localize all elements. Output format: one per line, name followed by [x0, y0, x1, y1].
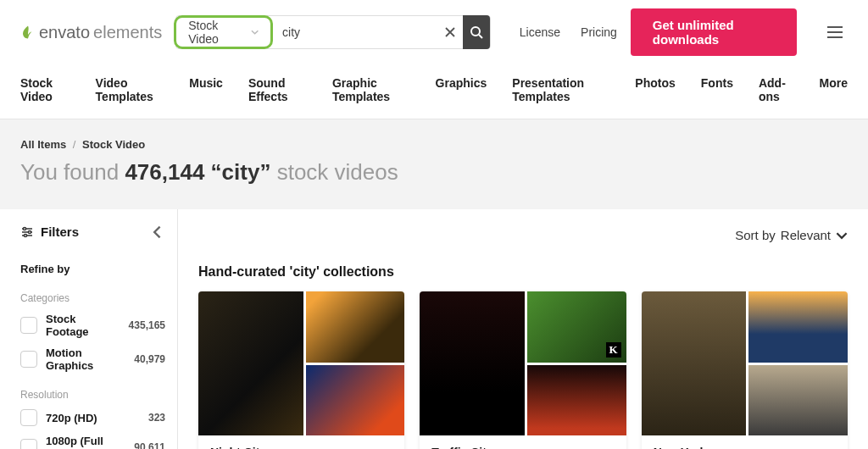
collection-card[interactable]: New York 90 stock videos: [642, 291, 848, 449]
k-badge-icon: K: [606, 342, 621, 358]
nav-add-ons[interactable]: Add-ons: [759, 76, 794, 103]
filter-group-resolution: Resolution: [20, 389, 177, 401]
chevron-left-icon: [152, 225, 165, 239]
collection-thumb: [306, 291, 405, 363]
sort-control[interactable]: Sort by Relevant: [198, 224, 848, 264]
breadcrumb: All Items / Stock Video: [20, 138, 848, 151]
nav-graphic-templates[interactable]: Graphic Templates: [332, 76, 410, 103]
sliders-icon: [20, 225, 34, 239]
collections-row: Night City 52 stock videos K Traffic Cit…: [198, 291, 848, 449]
results-header: All Items / Stock Video You found 476,14…: [0, 119, 868, 209]
header-links: License Pricing: [520, 25, 617, 39]
nav-more[interactable]: More: [820, 76, 848, 103]
nav-stock-video[interactable]: Stock Video: [20, 76, 70, 103]
svg-point-1: [23, 227, 25, 230]
sort-value: Relevant: [781, 228, 831, 242]
cta-button[interactable]: Get unlimited downloads: [631, 8, 797, 56]
collection-thumb: [748, 365, 848, 436]
search-filter-dropdown[interactable]: Stock Video: [174, 15, 273, 49]
checkbox[interactable]: [20, 409, 37, 426]
filters-header[interactable]: Filters: [20, 224, 177, 239]
collection-thumb: [420, 291, 525, 435]
nav-graphics[interactable]: Graphics: [436, 76, 487, 103]
collections-title: Hand-curated 'city' collections: [198, 264, 848, 280]
collection-thumb: [198, 291, 303, 435]
logo[interactable]: envatoelements: [20, 23, 162, 42]
hamburger-icon: [827, 26, 843, 28]
results-count: 476,144: [125, 159, 204, 185]
filters-sidebar: Filters Refine by Categories Stock Foota…: [0, 209, 178, 449]
nav-photos[interactable]: Photos: [635, 76, 675, 103]
category-nav: Stock Video Video Templates Music Sound …: [0, 64, 868, 119]
collection-thumb: K: [527, 291, 626, 363]
collection-thumb: [527, 365, 626, 436]
collection-thumb: [642, 291, 747, 435]
search-filter-label: Stock Video: [188, 19, 247, 46]
svg-point-3: [24, 234, 26, 236]
collection-title: New York: [654, 446, 836, 449]
checkbox[interactable]: [20, 351, 37, 368]
collection-thumb: [306, 365, 405, 436]
nav-music[interactable]: Music: [189, 76, 223, 103]
svg-point-2: [28, 230, 31, 233]
results-query: “city”: [211, 159, 271, 185]
menu-button[interactable]: [822, 21, 848, 43]
filter-720p[interactable]: 720p (HD) 323: [20, 409, 177, 426]
chevron-down-icon: [251, 28, 259, 36]
clear-search-button[interactable]: [437, 16, 463, 48]
search-icon: [470, 25, 483, 39]
header: envatoelements Stock Video License Prici…: [0, 0, 868, 64]
checkbox[interactable]: [20, 439, 37, 449]
leaf-icon: [20, 25, 36, 40]
breadcrumb-separator: /: [73, 138, 76, 151]
main-content: Sort by Relevant Hand-curated 'city' col…: [178, 209, 868, 449]
nav-video-templates[interactable]: Video Templates: [96, 76, 164, 103]
close-icon: [444, 26, 456, 38]
results-summary: You found 476,144 “city” stock videos: [20, 159, 848, 186]
search-bar: Stock Video: [175, 15, 491, 49]
nav-fonts[interactable]: Fonts: [701, 76, 733, 103]
search-button[interactable]: [463, 15, 490, 49]
pricing-link[interactable]: Pricing: [581, 25, 617, 39]
filters-title: Filters: [41, 224, 79, 239]
filter-motion-graphics[interactable]: Motion Graphics 40,979: [20, 346, 177, 372]
filter-1080p[interactable]: 1080p (Full HD) 90,611: [20, 435, 177, 449]
brand-name2: elements: [93, 23, 162, 42]
chevron-down-icon: [836, 230, 848, 241]
collection-card[interactable]: Night City 52 stock videos: [198, 291, 404, 449]
collection-thumb: [748, 291, 848, 363]
breadcrumb-root[interactable]: All Items: [20, 138, 66, 151]
nav-presentation-templates[interactable]: Presentation Templates: [512, 76, 609, 103]
nav-sound-effects[interactable]: Sound Effects: [248, 76, 307, 103]
refine-label: Refine by: [20, 263, 177, 275]
license-link[interactable]: License: [520, 25, 560, 39]
collection-title: Night City: [210, 446, 392, 449]
svg-point-0: [471, 27, 480, 36]
filter-stock-footage[interactable]: Stock Footage 435,165: [20, 313, 177, 338]
collection-title: Traffic City: [431, 446, 614, 449]
brand-name1: envato: [39, 23, 90, 42]
filter-group-categories: Categories: [20, 292, 177, 304]
checkbox[interactable]: [20, 317, 37, 334]
search-input[interactable]: [275, 16, 437, 48]
collection-card[interactable]: K Traffic City 52 stock videos: [420, 291, 626, 449]
breadcrumb-current: Stock Video: [82, 138, 145, 151]
